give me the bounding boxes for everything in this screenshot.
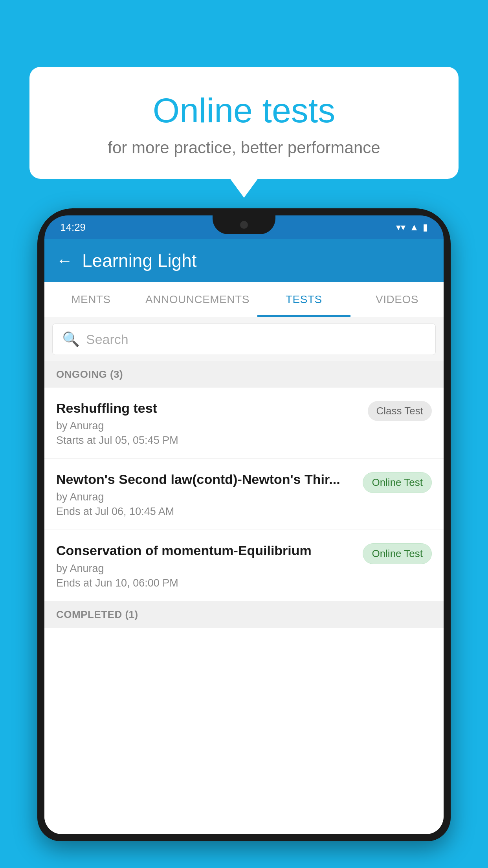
- test-name: Conservation of momentum-Equilibrium: [56, 542, 355, 559]
- battery-icon: ▮: [423, 222, 428, 233]
- search-container: 🔍 Search: [44, 317, 444, 361]
- test-item[interactable]: Conservation of momentum-Equilibrium by …: [44, 530, 444, 601]
- tab-videos[interactable]: VIDEOS: [350, 282, 444, 317]
- notch: [213, 215, 275, 234]
- app-title: Learning Light: [82, 250, 197, 271]
- test-date: Starts at Jul 05, 05:45 PM: [56, 434, 360, 447]
- wifi-icon: ▾▾: [396, 222, 405, 233]
- search-bar[interactable]: 🔍 Search: [52, 324, 436, 355]
- test-author: by Anurag: [56, 563, 355, 575]
- test-item[interactable]: Reshuffling test by Anurag Starts at Jul…: [44, 388, 444, 459]
- signal-icon: ▲: [409, 222, 419, 233]
- test-name: Reshuffling test: [56, 399, 360, 417]
- test-info: Newton's Second law(contd)-Newton's Thir…: [56, 471, 355, 518]
- test-badge-class: Class Test: [368, 401, 432, 421]
- back-button[interactable]: ←: [56, 251, 73, 270]
- search-icon: 🔍: [62, 331, 80, 348]
- camera-dot: [240, 221, 248, 229]
- completed-section-header: COMPLETED (1): [44, 601, 444, 628]
- phone-outer: 14:29 ▾▾ ▲ ▮ ← Learning Light MENTS ANNO…: [37, 208, 451, 841]
- tab-ments[interactable]: MENTS: [44, 282, 138, 317]
- search-placeholder: Search: [86, 332, 128, 347]
- status-time: 14:29: [60, 221, 86, 234]
- tab-tests[interactable]: TESTS: [257, 282, 350, 317]
- test-date: Ends at Jun 10, 06:00 PM: [56, 577, 355, 589]
- test-author: by Anurag: [56, 420, 360, 432]
- test-name: Newton's Second law(contd)-Newton's Thir…: [56, 471, 355, 488]
- bubble-title: Online tests: [49, 90, 439, 131]
- phone-mockup: 14:29 ▾▾ ▲ ▮ ← Learning Light MENTS ANNO…: [37, 208, 451, 868]
- tabs-container: MENTS ANNOUNCEMENTS TESTS VIDEOS: [44, 282, 444, 317]
- phone-screen: ← Learning Light MENTS ANNOUNCEMENTS TES…: [44, 239, 444, 834]
- test-badge-online-2: Online Test: [363, 543, 432, 564]
- test-author: by Anurag: [56, 491, 355, 503]
- status-icons: ▾▾ ▲ ▮: [396, 222, 428, 233]
- ongoing-section-header: ONGOING (3): [44, 361, 444, 388]
- bubble-subtitle: for more practice, better performance: [49, 138, 439, 157]
- test-info: Conservation of momentum-Equilibrium by …: [56, 542, 355, 589]
- test-list: Reshuffling test by Anurag Starts at Jul…: [44, 388, 444, 834]
- speech-bubble: Online tests for more practice, better p…: [29, 67, 459, 179]
- test-date: Ends at Jul 06, 10:45 AM: [56, 506, 355, 518]
- test-badge-online: Online Test: [363, 472, 432, 493]
- tab-announcements[interactable]: ANNOUNCEMENTS: [138, 282, 257, 317]
- test-item[interactable]: Newton's Second law(contd)-Newton's Thir…: [44, 459, 444, 530]
- status-bar: 14:29 ▾▾ ▲ ▮: [44, 215, 444, 239]
- test-info: Reshuffling test by Anurag Starts at Jul…: [56, 399, 360, 447]
- app-bar: ← Learning Light: [44, 239, 444, 282]
